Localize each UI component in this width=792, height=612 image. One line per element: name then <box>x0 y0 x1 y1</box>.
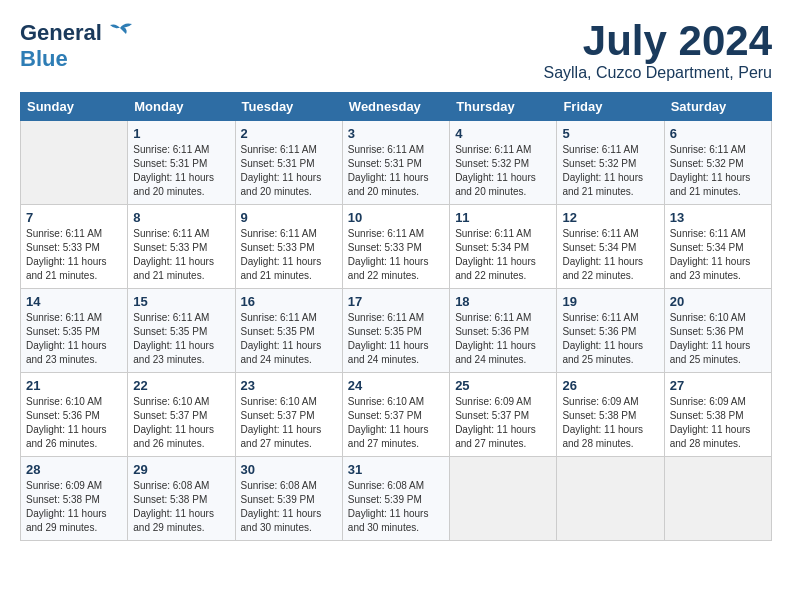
day-number: 23 <box>241 378 337 393</box>
day-detail: Sunrise: 6:10 AM Sunset: 5:37 PM Dayligh… <box>348 395 444 451</box>
calendar-cell <box>664 457 771 541</box>
day-detail: Sunrise: 6:09 AM Sunset: 5:37 PM Dayligh… <box>455 395 551 451</box>
day-detail: Sunrise: 6:11 AM Sunset: 5:36 PM Dayligh… <box>455 311 551 367</box>
day-number: 2 <box>241 126 337 141</box>
day-detail: Sunrise: 6:10 AM Sunset: 5:37 PM Dayligh… <box>241 395 337 451</box>
calendar-cell <box>557 457 664 541</box>
calendar-cell: 2Sunrise: 6:11 AM Sunset: 5:31 PM Daylig… <box>235 121 342 205</box>
day-number: 26 <box>562 378 658 393</box>
day-number: 25 <box>455 378 551 393</box>
day-detail: Sunrise: 6:09 AM Sunset: 5:38 PM Dayligh… <box>562 395 658 451</box>
day-number: 4 <box>455 126 551 141</box>
day-number: 16 <box>241 294 337 309</box>
day-number: 13 <box>670 210 766 225</box>
day-number: 14 <box>26 294 122 309</box>
calendar-cell: 25Sunrise: 6:09 AM Sunset: 5:37 PM Dayli… <box>450 373 557 457</box>
calendar-cell: 11Sunrise: 6:11 AM Sunset: 5:34 PM Dayli… <box>450 205 557 289</box>
day-detail: Sunrise: 6:11 AM Sunset: 5:32 PM Dayligh… <box>670 143 766 199</box>
calendar-cell: 3Sunrise: 6:11 AM Sunset: 5:31 PM Daylig… <box>342 121 449 205</box>
calendar-cell: 22Sunrise: 6:10 AM Sunset: 5:37 PM Dayli… <box>128 373 235 457</box>
calendar-cell: 8Sunrise: 6:11 AM Sunset: 5:33 PM Daylig… <box>128 205 235 289</box>
day-number: 27 <box>670 378 766 393</box>
weekday-header: Tuesday <box>235 93 342 121</box>
weekday-header: Friday <box>557 93 664 121</box>
calendar-cell: 4Sunrise: 6:11 AM Sunset: 5:32 PM Daylig… <box>450 121 557 205</box>
day-number: 12 <box>562 210 658 225</box>
calendar-cell: 27Sunrise: 6:09 AM Sunset: 5:38 PM Dayli… <box>664 373 771 457</box>
day-number: 3 <box>348 126 444 141</box>
day-detail: Sunrise: 6:11 AM Sunset: 5:31 PM Dayligh… <box>348 143 444 199</box>
day-detail: Sunrise: 6:08 AM Sunset: 5:39 PM Dayligh… <box>241 479 337 535</box>
day-detail: Sunrise: 6:08 AM Sunset: 5:38 PM Dayligh… <box>133 479 229 535</box>
logo-blue-text: Blue <box>20 46 68 71</box>
day-detail: Sunrise: 6:08 AM Sunset: 5:39 PM Dayligh… <box>348 479 444 535</box>
calendar-cell: 28Sunrise: 6:09 AM Sunset: 5:38 PM Dayli… <box>21 457 128 541</box>
day-number: 11 <box>455 210 551 225</box>
day-number: 7 <box>26 210 122 225</box>
header-row: SundayMondayTuesdayWednesdayThursdayFrid… <box>21 93 772 121</box>
day-detail: Sunrise: 6:10 AM Sunset: 5:37 PM Dayligh… <box>133 395 229 451</box>
day-detail: Sunrise: 6:11 AM Sunset: 5:34 PM Dayligh… <box>562 227 658 283</box>
day-detail: Sunrise: 6:11 AM Sunset: 5:32 PM Dayligh… <box>562 143 658 199</box>
calendar-cell: 29Sunrise: 6:08 AM Sunset: 5:38 PM Dayli… <box>128 457 235 541</box>
day-detail: Sunrise: 6:11 AM Sunset: 5:34 PM Dayligh… <box>670 227 766 283</box>
day-detail: Sunrise: 6:11 AM Sunset: 5:36 PM Dayligh… <box>562 311 658 367</box>
calendar-cell: 24Sunrise: 6:10 AM Sunset: 5:37 PM Dayli… <box>342 373 449 457</box>
weekday-header: Saturday <box>664 93 771 121</box>
weekday-header: Monday <box>128 93 235 121</box>
day-detail: Sunrise: 6:10 AM Sunset: 5:36 PM Dayligh… <box>26 395 122 451</box>
subtitle: Saylla, Cuzco Department, Peru <box>543 64 772 82</box>
calendar-cell: 31Sunrise: 6:08 AM Sunset: 5:39 PM Dayli… <box>342 457 449 541</box>
calendar-cell: 15Sunrise: 6:11 AM Sunset: 5:35 PM Dayli… <box>128 289 235 373</box>
day-detail: Sunrise: 6:11 AM Sunset: 5:33 PM Dayligh… <box>133 227 229 283</box>
day-number: 30 <box>241 462 337 477</box>
day-detail: Sunrise: 6:11 AM Sunset: 5:31 PM Dayligh… <box>241 143 337 199</box>
title-area: July 2024 Saylla, Cuzco Department, Peru <box>543 20 772 82</box>
day-detail: Sunrise: 6:11 AM Sunset: 5:33 PM Dayligh… <box>348 227 444 283</box>
day-number: 5 <box>562 126 658 141</box>
calendar-week-row: 28Sunrise: 6:09 AM Sunset: 5:38 PM Dayli… <box>21 457 772 541</box>
day-number: 17 <box>348 294 444 309</box>
weekday-header: Thursday <box>450 93 557 121</box>
logo: General Blue <box>20 20 134 72</box>
calendar-cell: 21Sunrise: 6:10 AM Sunset: 5:36 PM Dayli… <box>21 373 128 457</box>
logo-general-text: General <box>20 20 102 46</box>
day-detail: Sunrise: 6:11 AM Sunset: 5:33 PM Dayligh… <box>241 227 337 283</box>
day-number: 28 <box>26 462 122 477</box>
calendar-cell: 7Sunrise: 6:11 AM Sunset: 5:33 PM Daylig… <box>21 205 128 289</box>
calendar-cell: 19Sunrise: 6:11 AM Sunset: 5:36 PM Dayli… <box>557 289 664 373</box>
calendar-cell: 13Sunrise: 6:11 AM Sunset: 5:34 PM Dayli… <box>664 205 771 289</box>
calendar-cell: 9Sunrise: 6:11 AM Sunset: 5:33 PM Daylig… <box>235 205 342 289</box>
calendar-cell: 23Sunrise: 6:10 AM Sunset: 5:37 PM Dayli… <box>235 373 342 457</box>
day-detail: Sunrise: 6:11 AM Sunset: 5:32 PM Dayligh… <box>455 143 551 199</box>
calendar-cell: 10Sunrise: 6:11 AM Sunset: 5:33 PM Dayli… <box>342 205 449 289</box>
calendar-cell: 26Sunrise: 6:09 AM Sunset: 5:38 PM Dayli… <box>557 373 664 457</box>
page-header: General Blue July 2024 Saylla, Cuzco Dep… <box>20 20 772 82</box>
day-number: 22 <box>133 378 229 393</box>
calendar-table: SundayMondayTuesdayWednesdayThursdayFrid… <box>20 92 772 541</box>
day-number: 24 <box>348 378 444 393</box>
day-number: 9 <box>241 210 337 225</box>
day-number: 10 <box>348 210 444 225</box>
calendar-week-row: 7Sunrise: 6:11 AM Sunset: 5:33 PM Daylig… <box>21 205 772 289</box>
calendar-cell <box>450 457 557 541</box>
calendar-cell: 12Sunrise: 6:11 AM Sunset: 5:34 PM Dayli… <box>557 205 664 289</box>
calendar-cell: 30Sunrise: 6:08 AM Sunset: 5:39 PM Dayli… <box>235 457 342 541</box>
day-detail: Sunrise: 6:11 AM Sunset: 5:35 PM Dayligh… <box>26 311 122 367</box>
day-detail: Sunrise: 6:11 AM Sunset: 5:35 PM Dayligh… <box>241 311 337 367</box>
day-number: 1 <box>133 126 229 141</box>
calendar-cell: 6Sunrise: 6:11 AM Sunset: 5:32 PM Daylig… <box>664 121 771 205</box>
day-detail: Sunrise: 6:11 AM Sunset: 5:35 PM Dayligh… <box>133 311 229 367</box>
day-number: 20 <box>670 294 766 309</box>
day-number: 31 <box>348 462 444 477</box>
weekday-header: Wednesday <box>342 93 449 121</box>
calendar-cell: 17Sunrise: 6:11 AM Sunset: 5:35 PM Dayli… <box>342 289 449 373</box>
day-number: 8 <box>133 210 229 225</box>
day-detail: Sunrise: 6:11 AM Sunset: 5:35 PM Dayligh… <box>348 311 444 367</box>
day-number: 21 <box>26 378 122 393</box>
calendar-cell: 18Sunrise: 6:11 AM Sunset: 5:36 PM Dayli… <box>450 289 557 373</box>
calendar-cell: 20Sunrise: 6:10 AM Sunset: 5:36 PM Dayli… <box>664 289 771 373</box>
day-detail: Sunrise: 6:11 AM Sunset: 5:34 PM Dayligh… <box>455 227 551 283</box>
day-number: 19 <box>562 294 658 309</box>
logo-bird-icon <box>106 20 134 42</box>
